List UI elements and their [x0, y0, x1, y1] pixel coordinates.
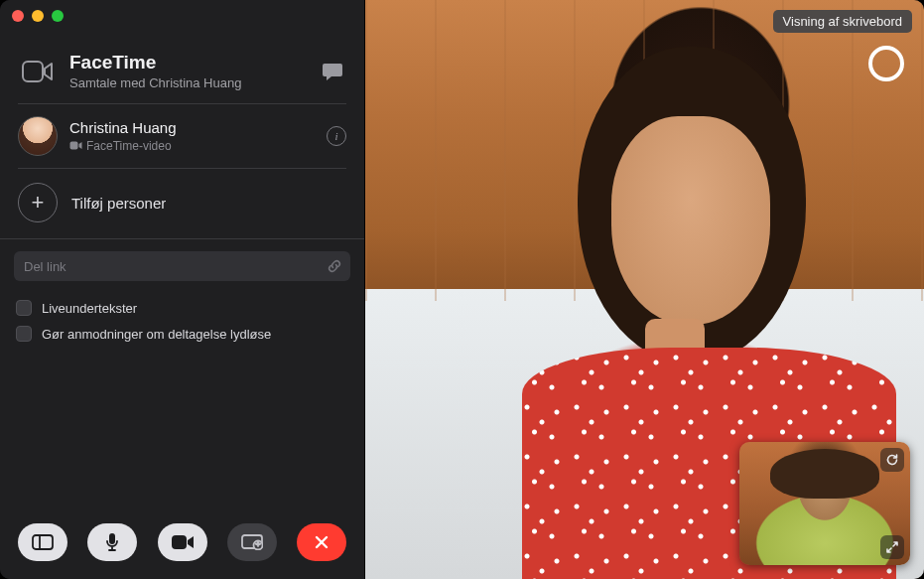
participant-text: Christina Huang FaceTime-video	[69, 119, 327, 152]
live-captions-label: Liveundertekster	[42, 301, 137, 316]
live-captions-checkbox[interactable]	[16, 300, 32, 316]
avatar	[18, 116, 58, 156]
svg-rect-1	[70, 142, 78, 150]
facetime-app-icon	[18, 52, 58, 91]
header-text: FaceTime Samtale med Christina Huang	[69, 53, 319, 90]
sidebar-header: FaceTime Samtale med Christina Huang	[0, 40, 364, 103]
camera-icon	[171, 534, 195, 550]
mic-icon	[105, 532, 119, 552]
mute-join-requests-checkbox[interactable]	[16, 326, 32, 342]
svg-rect-5	[172, 535, 187, 549]
end-call-button[interactable]	[297, 523, 346, 561]
participant-info-button[interactable]: i	[327, 126, 346, 146]
participant-row[interactable]: Christina Huang FaceTime-video i	[0, 104, 364, 168]
refresh-icon	[885, 453, 899, 467]
share-link-input[interactable]	[24, 259, 327, 274]
svg-rect-4	[109, 533, 115, 544]
screen-share-button[interactable]	[227, 523, 277, 561]
live-captions-option[interactable]: Liveundertekster	[0, 295, 364, 321]
facetime-window: FaceTime Samtale med Christina Huang Chr…	[0, 0, 924, 579]
plus-icon: +	[18, 183, 58, 222]
call-subtitle: Samtale med Christina Huang	[69, 75, 319, 90]
link-icon	[327, 258, 342, 274]
call-sidebar: FaceTime Samtale med Christina Huang Chr…	[0, 0, 365, 579]
sidebar-icon	[32, 534, 54, 550]
close-window-button[interactable]	[12, 10, 24, 22]
screen-share-icon	[241, 534, 263, 550]
video-area[interactable]: Visning af skrivebord	[365, 0, 924, 579]
divider	[0, 238, 364, 239]
share-link-field[interactable]	[14, 251, 350, 281]
fullscreen-window-button[interactable]	[52, 10, 64, 22]
participant-name: Christina Huang	[69, 119, 327, 136]
svg-rect-0	[23, 62, 43, 81]
add-people-label: Tilføj personer	[71, 195, 166, 212]
window-controls	[12, 10, 64, 22]
pip-rotate-button[interactable]	[880, 448, 904, 472]
self-view-pip[interactable]	[739, 442, 910, 565]
end-call-icon	[313, 533, 330, 551]
mute-join-requests-option[interactable]: Gør anmodninger om deltagelse lydløse	[0, 321, 364, 347]
participant-call-type: FaceTime-video	[86, 139, 172, 153]
add-people-button[interactable]: + Tilføj personer	[0, 169, 364, 238]
participant-subtitle: FaceTime-video	[69, 139, 327, 153]
call-toolbar	[0, 506, 364, 579]
svg-rect-2	[33, 535, 53, 549]
video-icon	[69, 141, 82, 150]
mute-button[interactable]	[87, 523, 137, 561]
mute-join-requests-label: Gør anmodninger om deltagelse lydløse	[42, 327, 271, 342]
app-title: FaceTime	[69, 53, 319, 73]
expand-icon	[885, 540, 899, 554]
message-icon	[322, 62, 343, 81]
camera-toggle-button[interactable]	[158, 523, 207, 561]
minimize-window-button[interactable]	[32, 10, 44, 22]
desktop-view-badge: Visning af skrivebord	[773, 10, 912, 33]
new-message-button[interactable]	[319, 58, 346, 85]
live-photo-button[interactable]	[868, 46, 904, 81]
copy-link-button[interactable]	[327, 258, 342, 274]
pip-expand-button[interactable]	[880, 535, 904, 559]
sidebar-toggle-button[interactable]	[18, 523, 67, 561]
person-face	[611, 116, 770, 325]
